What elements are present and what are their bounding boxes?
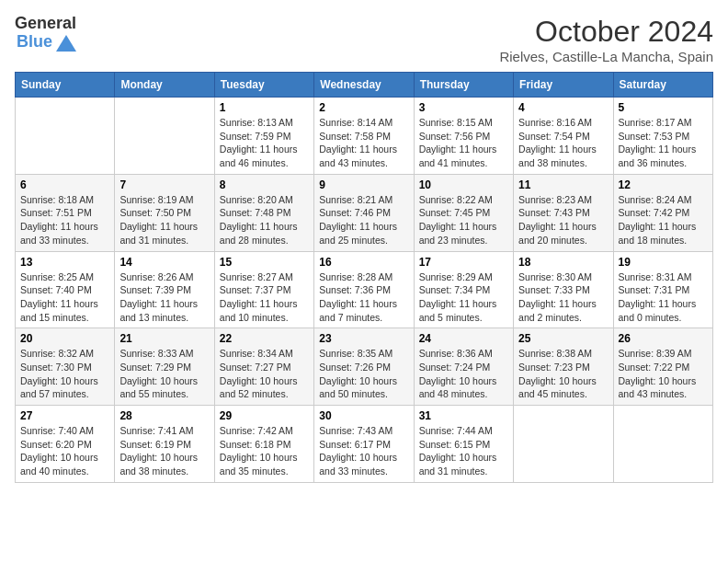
calendar-cell: 15Sunrise: 8:27 AM Sunset: 7:37 PM Dayli… xyxy=(214,251,313,328)
day-info: Sunrise: 8:24 AM Sunset: 7:42 PM Dayligh… xyxy=(619,193,708,247)
day-info: Sunrise: 8:26 AM Sunset: 7:39 PM Dayligh… xyxy=(119,270,209,325)
weekday-header: Monday xyxy=(115,73,214,98)
day-number: 19 xyxy=(619,256,708,269)
day-number: 6 xyxy=(20,178,109,191)
day-info: Sunrise: 8:23 AM Sunset: 7:43 PM Dayligh… xyxy=(518,193,608,247)
calendar-cell: 21Sunrise: 8:33 AM Sunset: 7:29 PM Dayli… xyxy=(115,328,214,406)
calendar-week-row: 27Sunrise: 7:40 AM Sunset: 6:20 PM Dayli… xyxy=(16,406,713,483)
title-block: October 2024 Rielves, Castille-La Mancha… xyxy=(499,15,713,64)
day-info: Sunrise: 8:20 AM Sunset: 7:48 PM Dayligh… xyxy=(220,193,309,247)
calendar-cell: 20Sunrise: 8:32 AM Sunset: 7:30 PM Dayli… xyxy=(16,328,115,406)
logo-general: General xyxy=(15,15,76,33)
calendar-cell: 3Sunrise: 8:15 AM Sunset: 7:56 PM Daylig… xyxy=(414,98,513,175)
day-number: 10 xyxy=(419,178,508,191)
page-header: General Blue October 2024 Rielves, Casti… xyxy=(15,15,713,64)
weekday-header: Tuesday xyxy=(214,73,313,98)
day-number: 18 xyxy=(518,256,608,269)
calendar-cell: 1Sunrise: 8:13 AM Sunset: 7:59 PM Daylig… xyxy=(214,98,313,175)
calendar-cell: 12Sunrise: 8:24 AM Sunset: 7:42 PM Dayli… xyxy=(613,174,712,251)
day-info: Sunrise: 8:21 AM Sunset: 7:46 PM Dayligh… xyxy=(319,193,408,247)
day-info: Sunrise: 8:14 AM Sunset: 7:58 PM Dayligh… xyxy=(319,116,408,170)
calendar-table: SundayMondayTuesdayWednesdayThursdayFrid… xyxy=(15,72,713,483)
day-info: Sunrise: 8:31 AM Sunset: 7:31 PM Dayligh… xyxy=(619,270,708,325)
day-number: 16 xyxy=(319,256,408,269)
day-info: Sunrise: 8:17 AM Sunset: 7:53 PM Dayligh… xyxy=(619,116,708,170)
day-number: 11 xyxy=(518,178,608,191)
weekday-header: Wednesday xyxy=(314,73,414,98)
day-info: Sunrise: 8:36 AM Sunset: 7:24 PM Dayligh… xyxy=(419,347,508,401)
day-info: Sunrise: 8:39 AM Sunset: 7:22 PM Dayligh… xyxy=(619,347,708,401)
calendar-cell: 6Sunrise: 8:18 AM Sunset: 7:51 PM Daylig… xyxy=(16,174,115,251)
calendar-cell xyxy=(613,406,712,483)
day-number: 15 xyxy=(220,256,309,269)
calendar-cell: 10Sunrise: 8:22 AM Sunset: 7:45 PM Dayli… xyxy=(414,174,513,251)
day-info: Sunrise: 8:22 AM Sunset: 7:45 PM Dayligh… xyxy=(419,193,508,247)
calendar-cell: 22Sunrise: 8:34 AM Sunset: 7:27 PM Dayli… xyxy=(214,328,313,406)
calendar-cell xyxy=(115,98,214,175)
calendar-cell: 24Sunrise: 8:36 AM Sunset: 7:24 PM Dayli… xyxy=(414,328,513,406)
day-info: Sunrise: 7:43 AM Sunset: 6:17 PM Dayligh… xyxy=(319,424,408,478)
calendar-cell: 30Sunrise: 7:43 AM Sunset: 6:17 PM Dayli… xyxy=(314,406,414,483)
calendar-cell: 26Sunrise: 8:39 AM Sunset: 7:22 PM Dayli… xyxy=(613,328,712,406)
day-info: Sunrise: 7:44 AM Sunset: 6:15 PM Dayligh… xyxy=(419,424,508,478)
calendar-week-row: 13Sunrise: 8:25 AM Sunset: 7:40 PM Dayli… xyxy=(16,251,713,328)
logo: General Blue xyxy=(15,15,76,52)
day-info: Sunrise: 8:38 AM Sunset: 7:23 PM Dayligh… xyxy=(518,347,608,401)
calendar-cell: 19Sunrise: 8:31 AM Sunset: 7:31 PM Dayli… xyxy=(613,251,712,328)
calendar-cell: 9Sunrise: 8:21 AM Sunset: 7:46 PM Daylig… xyxy=(314,174,414,251)
calendar-cell: 14Sunrise: 8:26 AM Sunset: 7:39 PM Dayli… xyxy=(115,251,214,328)
calendar-cell: 25Sunrise: 8:38 AM Sunset: 7:23 PM Dayli… xyxy=(514,328,613,406)
location-title: Rielves, Castille-La Mancha, Spain xyxy=(499,49,713,64)
day-number: 14 xyxy=(119,256,209,269)
calendar-cell: 2Sunrise: 8:14 AM Sunset: 7:58 PM Daylig… xyxy=(314,98,414,175)
weekday-header: Sunday xyxy=(16,73,115,98)
day-number: 1 xyxy=(220,101,309,114)
day-info: Sunrise: 8:29 AM Sunset: 7:34 PM Dayligh… xyxy=(419,270,508,325)
day-info: Sunrise: 8:16 AM Sunset: 7:54 PM Dayligh… xyxy=(518,116,608,170)
calendar-week-row: 1Sunrise: 8:13 AM Sunset: 7:59 PM Daylig… xyxy=(16,98,713,175)
calendar-week-row: 6Sunrise: 8:18 AM Sunset: 7:51 PM Daylig… xyxy=(16,174,713,251)
day-number: 22 xyxy=(220,332,309,345)
calendar-week-row: 20Sunrise: 8:32 AM Sunset: 7:30 PM Dayli… xyxy=(16,328,713,406)
day-info: Sunrise: 8:28 AM Sunset: 7:36 PM Dayligh… xyxy=(319,270,408,325)
calendar-header-row: SundayMondayTuesdayWednesdayThursdayFrid… xyxy=(16,73,713,98)
day-number: 21 xyxy=(119,332,209,345)
day-info: Sunrise: 8:25 AM Sunset: 7:40 PM Dayligh… xyxy=(20,270,109,325)
day-info: Sunrise: 7:40 AM Sunset: 6:20 PM Dayligh… xyxy=(20,424,109,478)
day-number: 4 xyxy=(518,101,608,114)
calendar-cell: 11Sunrise: 8:23 AM Sunset: 7:43 PM Dayli… xyxy=(514,174,613,251)
month-title: October 2024 xyxy=(499,15,713,49)
day-number: 12 xyxy=(619,178,708,191)
day-number: 13 xyxy=(20,256,109,269)
day-number: 5 xyxy=(619,101,708,114)
weekday-header: Thursday xyxy=(414,73,513,98)
day-number: 25 xyxy=(518,332,608,345)
day-number: 20 xyxy=(20,332,109,345)
day-info: Sunrise: 8:15 AM Sunset: 7:56 PM Dayligh… xyxy=(419,116,508,170)
calendar-cell: 4Sunrise: 8:16 AM Sunset: 7:54 PM Daylig… xyxy=(514,98,613,175)
day-info: Sunrise: 8:19 AM Sunset: 7:50 PM Dayligh… xyxy=(119,193,209,247)
day-info: Sunrise: 8:35 AM Sunset: 7:26 PM Dayligh… xyxy=(319,347,408,401)
calendar-cell: 17Sunrise: 8:29 AM Sunset: 7:34 PM Dayli… xyxy=(414,251,513,328)
day-info: Sunrise: 8:13 AM Sunset: 7:59 PM Dayligh… xyxy=(220,116,309,170)
day-info: Sunrise: 8:33 AM Sunset: 7:29 PM Dayligh… xyxy=(119,347,209,401)
day-number: 28 xyxy=(119,409,209,422)
calendar-cell: 29Sunrise: 7:42 AM Sunset: 6:18 PM Dayli… xyxy=(214,406,313,483)
calendar-cell: 7Sunrise: 8:19 AM Sunset: 7:50 PM Daylig… xyxy=(115,174,214,251)
day-info: Sunrise: 7:42 AM Sunset: 6:18 PM Dayligh… xyxy=(220,424,309,478)
day-info: Sunrise: 7:41 AM Sunset: 6:19 PM Dayligh… xyxy=(119,424,209,478)
day-info: Sunrise: 8:18 AM Sunset: 7:51 PM Dayligh… xyxy=(20,193,109,247)
day-info: Sunrise: 8:27 AM Sunset: 7:37 PM Dayligh… xyxy=(220,270,309,325)
day-number: 9 xyxy=(319,178,408,191)
calendar-cell xyxy=(514,406,613,483)
day-number: 26 xyxy=(619,332,708,345)
day-number: 17 xyxy=(419,256,508,269)
calendar-cell: 8Sunrise: 8:20 AM Sunset: 7:48 PM Daylig… xyxy=(214,174,313,251)
weekday-header: Saturday xyxy=(613,73,712,98)
day-number: 27 xyxy=(20,409,109,422)
calendar-cell: 18Sunrise: 8:30 AM Sunset: 7:33 PM Dayli… xyxy=(514,251,613,328)
calendar-cell: 13Sunrise: 8:25 AM Sunset: 7:40 PM Dayli… xyxy=(16,251,115,328)
day-info: Sunrise: 8:34 AM Sunset: 7:27 PM Dayligh… xyxy=(220,347,309,401)
day-number: 2 xyxy=(319,101,408,114)
day-info: Sunrise: 8:32 AM Sunset: 7:30 PM Dayligh… xyxy=(20,347,109,401)
